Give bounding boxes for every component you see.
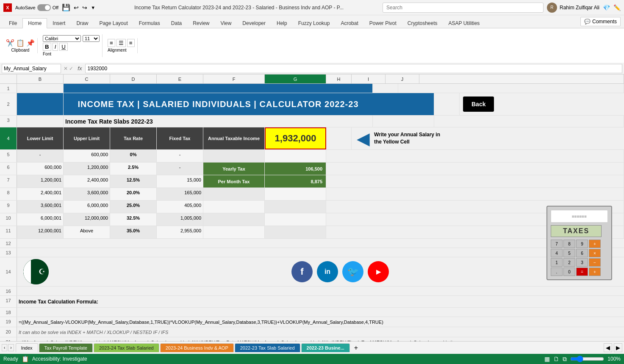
cell-f8[interactable]	[203, 188, 265, 200]
formula-input[interactable]	[85, 64, 622, 73]
tab-review[interactable]: Review	[187, 18, 215, 28]
calc-btn-7[interactable]: 7	[551, 240, 563, 248]
yearly-tax-label-cell[interactable]: Yearly Tax	[203, 163, 265, 175]
tab-page-layout[interactable]: Page Layout	[94, 18, 133, 28]
cell-rate-2[interactable]: 12.5%	[110, 175, 157, 188]
sheet-tab-2023-24-salaried[interactable]: 2023-24 Tax Slab Salaried	[94, 343, 159, 352]
page-break-view-button[interactable]: ⧉	[563, 356, 567, 363]
col-header-b[interactable]: B	[17, 74, 64, 83]
tab-insert[interactable]: Insert	[47, 18, 71, 28]
cell-rate-0[interactable]: 0%	[110, 150, 157, 162]
tab-help[interactable]: Help	[271, 18, 293, 28]
sheet-tab-index[interactable]: Index	[16, 343, 38, 352]
per-month-value-cell[interactable]: 8,875	[265, 175, 326, 188]
calc-btn-8[interactable]: 8	[563, 240, 575, 248]
col-header-f[interactable]: F	[203, 74, 265, 83]
add-sheet-button[interactable]: +	[351, 344, 361, 352]
cell-18-rest[interactable]	[17, 308, 624, 317]
tab-acrobat[interactable]: Acrobat	[335, 18, 363, 28]
calc-btn-5[interactable]: 5	[563, 249, 575, 257]
sheet-scroll-left[interactable]: ◀	[604, 343, 612, 352]
cell-upper-2[interactable]: 2,400,000	[64, 175, 110, 188]
back-button[interactable]: Back	[463, 97, 494, 112]
cell-g8[interactable]	[265, 188, 326, 200]
cell-fixed-1[interactable]: -	[157, 163, 203, 175]
settings-icon[interactable]: ✏️	[613, 4, 621, 11]
grid-area[interactable]: 1 2 INCOME TAX | SALARIED INDIVIDUALS | …	[0, 84, 624, 341]
cell-g5[interactable]	[265, 150, 326, 162]
align-left-button[interactable]: ≡	[108, 39, 115, 47]
align-center-button[interactable]: ☰	[116, 39, 126, 47]
tab-left-button[interactable]: ‹	[2, 344, 7, 351]
cell-lower-5[interactable]: 6,000,001	[17, 213, 64, 226]
cell-fixed-2[interactable]: 15,000	[157, 175, 203, 188]
cell-g11[interactable]	[265, 226, 326, 238]
calc-btn-2[interactable]: 2	[563, 258, 575, 267]
font-size-select[interactable]: 11	[83, 35, 100, 42]
cell-upper-6[interactable]: Above	[64, 226, 110, 238]
header-tax-rate[interactable]: Tax Rate	[110, 127, 157, 149]
col-header-h[interactable]: H	[326, 74, 352, 83]
linkedin-icon[interactable]: in	[317, 261, 338, 282]
col-header-j[interactable]: J	[385, 74, 419, 83]
cell-rate-5[interactable]: 32.5%	[110, 213, 157, 226]
comments-button[interactable]: 💬 Comments	[580, 17, 621, 26]
sheet-tab-2022-23-business[interactable]: 2022-23 Busine...	[301, 343, 350, 352]
cell-lower-4[interactable]: 3,600,001	[17, 201, 64, 213]
facebook-icon[interactable]: f	[291, 261, 313, 282]
cell-f5[interactable]	[203, 150, 265, 162]
calc-btn-eq[interactable]: =	[576, 267, 588, 276]
cell-13-rest[interactable]	[17, 248, 624, 257]
cell-rate-4[interactable]: 25.0%	[110, 201, 157, 213]
cell-rest-8[interactable]	[326, 188, 624, 200]
sheet-tab-2023-24-business[interactable]: 2023-24 Business Indv & AOP	[160, 343, 234, 352]
cell-fixed-4[interactable]: 405,000	[157, 201, 203, 213]
annual-income-value-cell[interactable]: 1,932,000	[265, 127, 326, 149]
cell-fixed-5[interactable]: 1,005,000	[157, 213, 203, 226]
cell-upper-5[interactable]: 12,000,000	[64, 213, 110, 226]
tab-draw[interactable]: Draw	[71, 18, 94, 28]
header-fixed-tax[interactable]: Fixed Tax	[157, 127, 203, 149]
cell-h2[interactable]	[434, 93, 460, 115]
tab-file[interactable]: File	[3, 18, 22, 28]
quick-access-expand[interactable]: ▼	[91, 5, 95, 10]
redo-icon[interactable]: ↪	[82, 4, 87, 11]
cell-rate-6[interactable]: 35.0%	[110, 226, 157, 238]
cell-rest-6[interactable]	[326, 163, 624, 175]
cell-fixed-6[interactable]: 2,955,000	[157, 226, 203, 238]
cell-b2[interactable]	[17, 93, 64, 115]
header-lower-limit[interactable]: Lower Limit	[17, 127, 64, 149]
cell-lower-1[interactable]: 600,000	[17, 163, 64, 175]
cell-fixed-3[interactable]: 165,000	[157, 188, 203, 200]
tab-view[interactable]: View	[215, 18, 237, 28]
calc-btn-3[interactable]: 3	[576, 258, 588, 267]
cell-f10[interactable]	[203, 213, 265, 226]
calc-btn-1[interactable]: 1	[551, 258, 563, 267]
page-layout-view-button[interactable]: 🗋	[553, 356, 559, 362]
cell-h1[interactable]	[373, 84, 398, 93]
cell-rate-1[interactable]: 2.5%	[110, 163, 157, 175]
cell-lower-6[interactable]: 12,000,001	[17, 226, 64, 238]
cell-rest-1[interactable]	[398, 84, 624, 93]
cell-upper-1[interactable]: 1,200,000	[64, 163, 110, 175]
name-box[interactable]	[2, 64, 61, 73]
font-family-select[interactable]: Calibri	[43, 35, 81, 42]
tab-formulas[interactable]: Formulas	[133, 18, 166, 28]
tab-developer[interactable]: Developer	[237, 18, 271, 28]
cell-lower-0[interactable]: -	[17, 150, 64, 162]
calc-btn-plus[interactable]: +	[589, 240, 601, 248]
tab-cryptosheets[interactable]: Cryptosheets	[402, 18, 443, 28]
cell-fixed-0[interactable]: -	[157, 150, 203, 162]
cell-lower-2[interactable]: 1,200,001	[17, 175, 64, 188]
col-header-d[interactable]: D	[110, 74, 157, 83]
calc-btn-minus[interactable]: −	[589, 258, 601, 267]
cell-rate-3[interactable]: 20.0%	[110, 188, 157, 200]
cell-upper-4[interactable]: 6,000,000	[64, 201, 110, 213]
cell-g3[interactable]	[373, 116, 434, 127]
search-input[interactable]	[383, 3, 544, 13]
cell-h4[interactable]	[326, 127, 352, 149]
calc-btn-6[interactable]: 6	[576, 249, 588, 257]
cell-16-rest[interactable]	[17, 287, 624, 295]
cell-g10[interactable]	[265, 213, 326, 226]
cell-upper-3[interactable]: 3,600,000	[64, 188, 110, 200]
